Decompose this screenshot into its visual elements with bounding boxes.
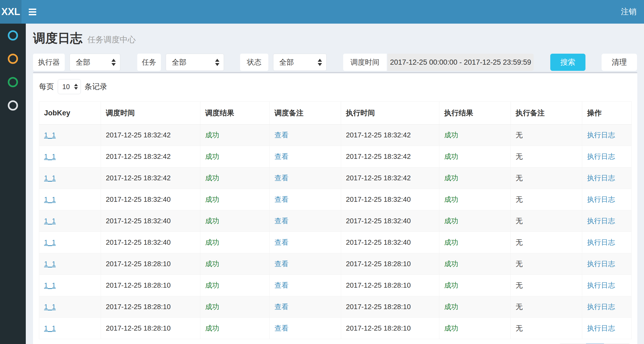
exec-log-link[interactable]: 执行日志 — [582, 146, 632, 167]
exec-time-cell: 2017-12-25 18:32:42 — [341, 125, 439, 146]
table-row: 1_12017-12-25 18:28:10成功查看2017-12-25 18:… — [39, 275, 632, 296]
sidebar-item-dashboard[interactable] — [0, 24, 26, 47]
job-log-table: JobKey调度时间调度结果调度备注执行时间执行结果执行备注操作 1_12017… — [39, 101, 632, 339]
exec-log-link[interactable]: 执行日志 — [582, 125, 632, 146]
sidebar-item-job-manage[interactable] — [0, 47, 26, 70]
exec-time-cell: 2017-12-25 18:32:40 — [341, 189, 439, 210]
job-key-link[interactable]: 1_1 — [39, 318, 101, 339]
view-msg-link[interactable]: 查看 — [270, 275, 341, 296]
trigger-time-cell: 2017-12-25 18:28:10 — [101, 253, 200, 275]
sidebar-toggle-icon[interactable] — [29, 7, 36, 17]
app-logo[interactable]: XXL — [0, 0, 21, 24]
column-header: 执行结果 — [439, 102, 511, 125]
exec-msg-cell: 无 — [511, 167, 582, 189]
exec-result: 成功 — [439, 275, 511, 296]
trigger-result: 成功 — [200, 253, 270, 275]
exec-msg-cell: 无 — [511, 189, 582, 210]
view-msg-link[interactable]: 查看 — [270, 232, 341, 253]
trigger-time-cell: 2017-12-25 18:32:40 — [101, 232, 200, 253]
table-row: 1_12017-12-25 18:32:40成功查看2017-12-25 18:… — [39, 210, 632, 232]
content-header: 调度日志 任务调度中心 — [26, 24, 644, 53]
trigger-result: 成功 — [200, 318, 270, 339]
logout-link[interactable]: 注销 — [621, 6, 636, 17]
exec-time-cell: 2017-12-25 18:32:40 — [341, 232, 439, 253]
exec-msg-cell: 无 — [511, 318, 582, 339]
job-key-link[interactable]: 1_1 — [39, 146, 101, 167]
trigger-result: 成功 — [200, 125, 270, 146]
circle-icon — [8, 54, 18, 64]
job-key-link[interactable]: 1_1 — [39, 253, 101, 275]
trigger-time-cell: 2017-12-25 18:32:42 — [101, 167, 200, 189]
exec-msg-cell: 无 — [511, 146, 582, 167]
exec-result: 成功 — [439, 210, 511, 232]
sidebar-item-executor-manage[interactable] — [0, 94, 26, 117]
status-filter-label: 状态 — [240, 54, 268, 71]
page-length-suffix: 条记录 — [85, 82, 107, 92]
table-body: 1_12017-12-25 18:32:42成功查看2017-12-25 18:… — [39, 125, 632, 339]
column-header: 调度时间 — [101, 102, 200, 125]
view-msg-link[interactable]: 查看 — [270, 253, 341, 275]
table-row: 1_12017-12-25 18:28:10成功查看2017-12-25 18:… — [39, 318, 632, 339]
executor-select-value: 全部 — [76, 57, 90, 67]
job-key-link[interactable]: 1_1 — [39, 296, 101, 318]
view-msg-link[interactable]: 查看 — [270, 296, 341, 318]
exec-log-link[interactable]: 执行日志 — [582, 318, 632, 339]
exec-result: 成功 — [439, 146, 511, 167]
trigger-result: 成功 — [200, 210, 270, 232]
exec-log-link[interactable]: 执行日志 — [582, 167, 632, 189]
trigger-result: 成功 — [200, 232, 270, 253]
job-key-link[interactable]: 1_1 — [39, 232, 101, 253]
exec-time-cell: 2017-12-25 18:28:10 — [341, 275, 439, 296]
view-msg-link[interactable]: 查看 — [270, 189, 341, 210]
page-length-control: 每页 10 条记录 — [39, 79, 631, 94]
job-key-link[interactable]: 1_1 — [39, 210, 101, 232]
exec-msg-cell: 无 — [511, 210, 582, 232]
page-length-value: 10 — [62, 83, 70, 91]
clear-button[interactable]: 清理 — [602, 54, 637, 71]
job-key-link[interactable]: 1_1 — [39, 189, 101, 210]
view-msg-link[interactable]: 查看 — [270, 210, 341, 232]
exec-log-link[interactable]: 执行日志 — [582, 210, 632, 232]
job-select-value: 全部 — [172, 57, 186, 67]
view-msg-link[interactable]: 查看 — [270, 146, 341, 167]
exec-log-link[interactable]: 执行日志 — [582, 275, 632, 296]
table-row: 1_12017-12-25 18:32:42成功查看2017-12-25 18:… — [39, 167, 632, 189]
job-key-link[interactable]: 1_1 — [39, 125, 101, 146]
exec-log-link[interactable]: 执行日志 — [582, 189, 632, 210]
view-msg-link[interactable]: 查看 — [270, 318, 341, 339]
executor-select[interactable]: 全部 — [70, 54, 120, 71]
select-arrows-icon — [215, 59, 219, 66]
sidebar-item-job-log[interactable] — [0, 70, 26, 94]
page-length-select[interactable]: 10 — [58, 79, 81, 94]
select-arrows-icon — [318, 59, 322, 66]
trigger-time-cell: 2017-12-25 18:28:10 — [101, 296, 200, 318]
content-area: 调度日志 任务调度中心 执行器 全部 任务 全部 状态 全部 调度时间 2017… — [26, 24, 644, 344]
select-arrows-icon — [111, 59, 116, 66]
trigger-time-cell: 2017-12-25 18:28:10 — [101, 318, 200, 339]
search-button[interactable]: 搜索 — [550, 54, 585, 71]
trigger-time-range-input[interactable]: 2017-12-25 00:00:00 - 2017-12-25 23:59:5… — [388, 54, 534, 71]
exec-time-cell: 2017-12-25 18:32:40 — [341, 210, 439, 232]
column-header: 执行时间 — [341, 102, 439, 125]
job-select[interactable]: 全部 — [166, 54, 224, 71]
circle-icon — [8, 100, 18, 111]
job-key-link[interactable]: 1_1 — [39, 167, 101, 189]
status-select[interactable]: 全部 — [273, 54, 327, 71]
exec-result: 成功 — [439, 296, 511, 318]
job-key-link[interactable]: 1_1 — [39, 275, 101, 296]
exec-log-link[interactable]: 执行日志 — [582, 232, 632, 253]
exec-log-link[interactable]: 执行日志 — [582, 253, 632, 275]
log-table-box: 每页 10 条记录 JobKey调度时间调度结果调度备注执行时间执行结果执行备注… — [33, 72, 637, 344]
view-msg-link[interactable]: 查看 — [270, 167, 341, 189]
view-msg-link[interactable]: 查看 — [270, 125, 341, 146]
exec-log-link[interactable]: 执行日志 — [582, 296, 632, 318]
trigger-result: 成功 — [200, 167, 270, 189]
page-title: 调度日志 — [33, 31, 82, 45]
trigger-time-cell: 2017-12-25 18:32:42 — [101, 125, 200, 146]
trigger-result: 成功 — [200, 189, 270, 210]
job-filter-label: 任务 — [137, 54, 161, 71]
exec-time-cell: 2017-12-25 18:28:10 — [341, 296, 439, 318]
sidebar-menu — [0, 24, 26, 344]
trigger-time-cell: 2017-12-25 18:32:40 — [101, 210, 200, 232]
exec-msg-cell: 无 — [511, 275, 582, 296]
